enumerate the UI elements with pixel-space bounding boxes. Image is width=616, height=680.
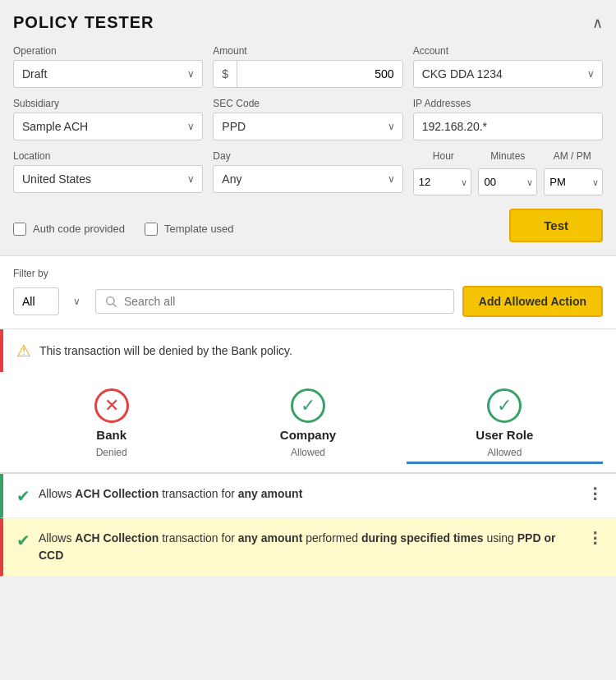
user-role-status-name: User Role [476,428,533,442]
subsidiary-label: Subsidiary [13,98,203,109]
auth-code-checkbox-label[interactable]: Auth code provided [13,223,125,236]
checkbox-test-row: Auth code provided Template used Test [13,209,603,242]
company-status-name: Company [280,428,336,442]
svg-line-1 [113,304,117,307]
operation-select-wrap: Draft [13,60,203,88]
rule-item-2: ✔ Allows ACH Collection transaction for … [0,518,616,577]
policy-tester-section: POLICY TESTER ∧ Operation Draft Amount $ [0,0,616,256]
filter-section: Filter by All Add Allowed Action [0,256,616,329]
form-grid: Operation Draft Amount $ Account [13,45,603,242]
subsidiary-select-wrap: Sample ACH [13,113,203,140]
search-input[interactable] [124,295,445,308]
user-role-status-icon: ✓ [487,388,522,423]
bank-status-name: Bank [96,428,126,442]
operation-label: Operation [13,45,203,57]
sec-code-field: SEC Code PPD [213,98,402,140]
auth-code-checkbox[interactable] [13,223,26,236]
template-used-checkbox-label[interactable]: Template used [145,223,234,236]
add-allowed-action-button[interactable]: Add Allowed Action [462,286,603,317]
template-used-label: Template used [164,223,234,235]
time-inputs: 12 00 PM [413,168,603,195]
status-bank: ✕ Bank Denied [13,388,209,464]
checkbox-row: Auth code provided Template used [13,223,234,236]
search-icon [104,295,117,308]
company-status-icon: ✓ [291,388,325,423]
minutes-select[interactable]: 00 [478,168,537,195]
ampm-select-wrap: PM [544,168,603,195]
location-label: Location [13,150,203,162]
amount-prefix: $ [214,61,237,87]
account-label: Account [413,45,603,57]
hour-label: Hour [413,150,474,162]
rule-2-text: Allows ACH Collection transaction for an… [39,530,576,564]
amount-input[interactable] [237,61,402,87]
day-select[interactable]: Any [213,165,402,193]
operation-field: Operation Draft [13,45,203,88]
row-subsidiary-sec-ip: Subsidiary Sample ACH SEC Code PPD IP Ad… [13,98,603,140]
rule-item-1: ✔ Allows ACH Collection transaction for … [0,474,616,518]
alert-text: This transaction will be denied by the B… [39,344,292,357]
status-user-role: ✓ User Role Allowed [407,388,603,464]
search-wrap[interactable] [95,289,454,314]
row-operation-amount-account: Operation Draft Amount $ Account [13,45,603,88]
sec-code-select-wrap: PPD [213,113,402,140]
location-select-wrap: United States [13,165,203,193]
policy-status-row: ✕ Bank Denied ✓ Company Allowed ✓ User R… [0,372,616,474]
sec-code-label: SEC Code [213,98,402,109]
test-button[interactable]: Test [509,209,603,242]
collapse-icon[interactable]: ∧ [592,14,603,32]
row-location-day-time: Location United States Day Any Hour [13,150,603,195]
ampm-label: AM / PM [542,150,603,162]
user-role-status-label: Allowed [487,447,522,458]
day-select-wrap: Any [213,165,402,193]
svg-point-0 [107,297,114,305]
filter-type-select-wrap: All [13,287,87,315]
template-used-checkbox[interactable] [145,223,158,236]
subsidiary-field: Subsidiary Sample ACH [13,98,203,140]
sec-code-select[interactable]: PPD [213,113,402,140]
ip-field: IP Addresses [413,98,603,140]
minutes-label: Minutes [477,150,538,162]
account-select[interactable]: CKG DDA 1234 [413,60,603,88]
subsidiary-select[interactable]: Sample ACH [13,113,203,140]
minutes-select-wrap: 00 [478,168,537,195]
page-title: POLICY TESTER [13,13,154,32]
rule-1-check-icon: ✔ [16,486,30,506]
day-field: Day Any [213,150,402,195]
hour-select[interactable]: 12 [413,168,472,195]
rule-2-check-icon: ✔ [16,531,30,550]
bank-status-icon: ✕ [94,388,129,423]
company-status-label: Allowed [291,447,325,458]
auth-code-label: Auth code provided [33,223,125,235]
bank-status-label: Denied [96,447,127,458]
filter-row: All Add Allowed Action [13,286,603,317]
filter-label: Filter by [13,268,603,279]
day-label: Day [213,150,402,162]
operation-select[interactable]: Draft [13,60,203,88]
amount-field: Amount $ [213,45,402,88]
warning-icon: ⚠ [16,341,31,361]
location-field: Location United States [13,150,203,195]
filter-type-select[interactable]: All [13,287,59,315]
alert-row: ⚠ This transaction will be denied by the… [0,329,616,372]
ip-input[interactable] [413,113,603,140]
location-select[interactable]: United States [13,165,203,193]
rule-1-menu-icon[interactable]: ︙ [584,485,603,503]
rule-2-menu-icon[interactable]: ︙ [584,530,603,548]
amount-wrap: $ [213,60,402,88]
hour-select-wrap: 12 [413,168,472,195]
amount-label: Amount [213,45,402,57]
account-field: Account CKG DDA 1234 [413,45,603,88]
ampm-select[interactable]: PM [544,168,603,195]
account-select-wrap: CKG DDA 1234 [413,60,603,88]
rule-1-text: Allows ACH Collection transaction for an… [39,485,576,503]
status-company: ✓ Company Allowed [209,388,406,464]
ip-label: IP Addresses [413,98,603,109]
time-fields: Hour Minutes AM / PM 12 00 [413,150,603,195]
